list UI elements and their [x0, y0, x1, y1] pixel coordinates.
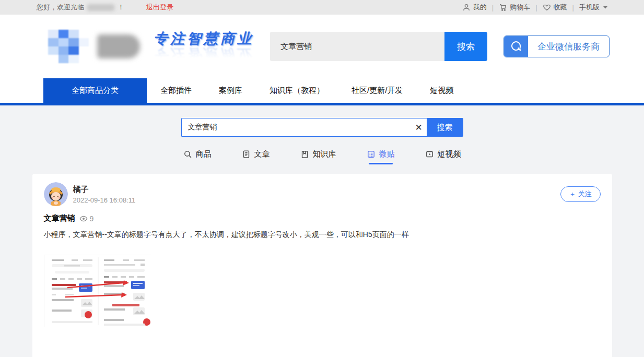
- page-body: ✕ 搜索 商品 文章 知识库 微贴: [0, 105, 644, 357]
- cart-icon: [499, 3, 507, 11]
- cart-link[interactable]: 购物车: [499, 3, 530, 12]
- wechat-bubble-icon: [504, 35, 528, 57]
- tab-products[interactable]: 商品: [183, 149, 212, 164]
- result-search-input[interactable]: [182, 123, 411, 132]
- result-search-bar: ✕ 搜索: [181, 118, 463, 137]
- favorites-label: 收藏: [554, 3, 567, 12]
- brand-tagline-reflection: 专注智慧商业: [154, 45, 254, 64]
- blurred-brand-name: [97, 34, 140, 58]
- post-card: 橘子 2022-09-16 16:08:11 ＋ 关注 文章营销 9 小程序，文…: [32, 174, 612, 357]
- video-icon: [425, 150, 434, 159]
- clear-search-icon[interactable]: ✕: [411, 122, 427, 133]
- follow-button-label: 关注: [578, 189, 592, 199]
- tab-microposts[interactable]: 微贴: [367, 149, 395, 164]
- divider: |: [492, 4, 494, 11]
- header-search-input[interactable]: [270, 32, 444, 61]
- view-count: 9: [90, 215, 94, 223]
- caret-down-icon: [602, 4, 608, 10]
- site-header: 专注智慧商业 专注智慧商业 搜索 企业微信服务商: [0, 15, 644, 78]
- nav-item-knowledge[interactable]: 知识库（教程）: [256, 78, 338, 103]
- nav-item-plugins[interactable]: 全部插件: [147, 78, 205, 103]
- tab-products-label: 商品: [196, 149, 212, 159]
- tab-articles-label: 文章: [254, 149, 270, 159]
- favorites-link[interactable]: 收藏: [543, 3, 567, 12]
- tab-short-video[interactable]: 短视频: [425, 149, 461, 164]
- tab-knowledge[interactable]: 知识库: [300, 149, 336, 164]
- blurred-username: [87, 4, 114, 11]
- cart-label: 购物车: [510, 3, 530, 12]
- wechat-badge-label: 企业微信服务商: [528, 41, 609, 53]
- user-icon: [462, 3, 471, 11]
- my-account-label: 我的: [473, 3, 487, 12]
- tab-knowledge-label: 知识库: [313, 149, 336, 159]
- my-account-link[interactable]: 我的: [462, 3, 487, 12]
- divider: |: [535, 4, 537, 11]
- nav-item-all-categories[interactable]: 全部商品分类: [43, 78, 147, 103]
- result-search-button[interactable]: 搜索: [427, 118, 463, 137]
- header-search-button[interactable]: 搜索: [444, 32, 487, 61]
- post-author[interactable]: 橘子: [73, 185, 136, 195]
- nav-item-short-video[interactable]: 短视频: [416, 78, 467, 103]
- greeting-text: 您好，欢迎光临: [37, 3, 84, 12]
- greeting-suffix: ！: [118, 3, 124, 12]
- result-tabs: 商品 文章 知识库 微贴 短视频: [0, 149, 644, 164]
- post-title[interactable]: 文章营销: [44, 213, 75, 223]
- magnifier-icon: [183, 150, 192, 159]
- eye-icon: [79, 215, 88, 223]
- main-nav: 全部商品分类 全部插件 案例库 知识库（教程） 社区/更新/开发 短视频: [0, 78, 644, 105]
- post-image-thumbnail[interactable]: [44, 255, 151, 327]
- divider: |: [572, 4, 574, 11]
- plus-icon: ＋: [569, 189, 576, 199]
- tab-microposts-label: 微贴: [379, 149, 395, 159]
- nav-item-community[interactable]: 社区/更新/开发: [338, 78, 416, 103]
- logout-link[interactable]: 退出登录: [146, 3, 173, 12]
- nav-item-cases[interactable]: 案例库: [205, 78, 256, 103]
- heart-icon: [543, 3, 551, 11]
- list-icon: [367, 150, 376, 159]
- mobile-version-menu[interactable]: 手机版: [579, 3, 608, 12]
- mobile-version-label: 手机版: [579, 3, 600, 12]
- site-logo[interactable]: [48, 30, 89, 63]
- document-icon: [242, 150, 251, 159]
- book-icon: [300, 150, 309, 159]
- tab-articles[interactable]: 文章: [242, 149, 270, 164]
- tab-short-video-label: 短视频: [438, 149, 461, 159]
- topbar: 您好，欢迎光临 ！ 退出登录 我的 | 购物车 | 收藏 | 手机版: [0, 0, 644, 15]
- wechat-service-badge[interactable]: 企业微信服务商: [504, 35, 610, 57]
- post-time: 2022-09-16 16:08:11: [73, 196, 136, 204]
- avatar[interactable]: [44, 182, 68, 206]
- post-body: 小程序，文章营销--文章的标题字号有点大了，不太协调，建议把标题字号改小，美观一…: [44, 229, 601, 240]
- header-search: 搜索: [270, 32, 487, 61]
- follow-button[interactable]: ＋ 关注: [560, 186, 601, 202]
